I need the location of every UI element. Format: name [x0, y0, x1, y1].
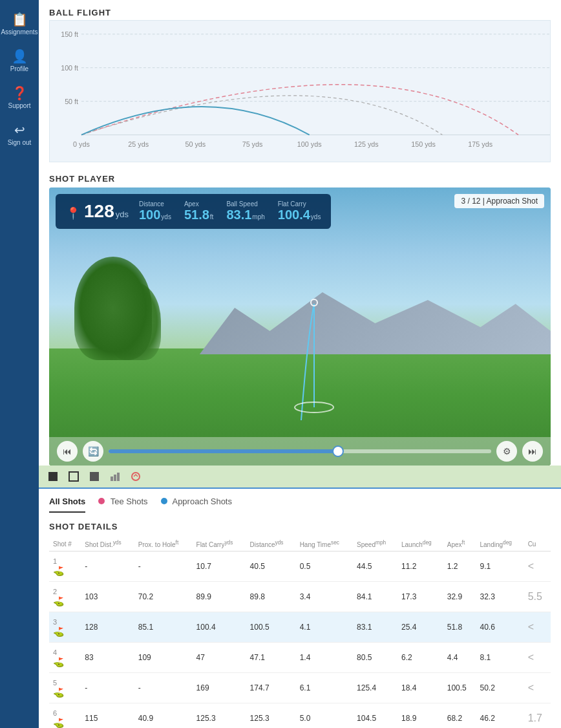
shot-player-section: SHOT PLAYER — [39, 167, 561, 466]
shot-type-icon: ⛳ — [53, 626, 64, 637]
sidebar-item-assignments[interactable]: 📋 Assignments — [0, 5, 39, 42]
progress-bar[interactable] — [109, 449, 491, 453]
tab-tee-shots[interactable]: Tee Shots — [98, 497, 147, 513]
table-row[interactable]: 5 ⛳ - - 169 174.7 6.1 125.4 18.4 100.5 5… — [49, 673, 551, 703]
cell-distance: 125.3 — [246, 703, 296, 728]
sidebar-item-label: Profile — [10, 65, 28, 72]
svg-text:50 ft: 50 ft — [65, 98, 78, 105]
support-icon: ❓ — [12, 85, 28, 101]
shot-details-table: Shot # Shot Dist.yds Prox. to Holeft Fla… — [49, 537, 551, 728]
col-shot-dist: Shot Dist.yds — [81, 537, 134, 551]
sidebar-item-profile[interactable]: 👤 Profile — [0, 42, 39, 79]
col-apex: Apexft — [443, 537, 476, 551]
tab-all-shots[interactable]: All Shots — [49, 497, 85, 513]
taskbar-icon-1 — [48, 471, 58, 482]
shot-details-section: SHOT DETAILS Shot # Shot Dist.yds Prox. … — [39, 513, 561, 728]
ball-flight-chart: 150 ft 100 ft 50 ft 0 yds 25 yds 50 yds … — [49, 20, 551, 162]
table-row[interactable]: 1 ⛳ - - 10.7 40.5 0.5 44.5 11.2 1.2 9.1 … — [49, 551, 551, 582]
skip-forward-button[interactable]: ⏭ — [522, 441, 543, 462]
svg-text:0 yds: 0 yds — [73, 140, 90, 148]
skip-back-button[interactable]: ⏮ — [57, 441, 78, 462]
table-row[interactable]: 2 ⛳ 103 70.2 89.9 89.8 3.4 84.1 17.3 32.… — [49, 582, 551, 612]
svg-rect-18 — [48, 472, 58, 481]
sidebar-item-support[interactable]: ❓ Support — [0, 79, 39, 116]
profile-icon: 👤 — [12, 48, 28, 64]
taskbar-btn-1[interactable] — [44, 467, 62, 486]
shot-type-icon: ⛳ — [53, 718, 64, 728]
cell-distance: 174.7 — [246, 673, 296, 703]
cell-prox-hole: - — [134, 673, 193, 703]
taskbar-btn-3[interactable] — [85, 467, 103, 486]
cell-speed: 84.1 — [353, 582, 397, 612]
tab-approach-shots[interactable]: Approach Shots — [161, 497, 232, 513]
col-distance: Distanceyds — [246, 537, 296, 551]
cell-shot-num: 1 ⛳ — [49, 551, 81, 582]
sidebar: 📋 Assignments 👤 Profile ❓ Support ↩ Sign… — [0, 0, 39, 728]
svg-text:150 ft: 150 ft — [61, 30, 78, 38]
shot-player-title: SHOT PLAYER — [49, 167, 551, 187]
settings-button[interactable]: ⚙ — [496, 441, 517, 462]
cell-launch: 18.9 — [397, 703, 443, 728]
shot-tabs: All Shots Tee Shots Approach Shots — [39, 489, 561, 513]
sidebar-item-signout[interactable]: ↩ Sign out — [0, 116, 39, 153]
stat-apex: Apex 51.8 ft — [184, 200, 214, 222]
stat-apex-label: Apex — [184, 200, 199, 208]
svg-rect-23 — [117, 473, 120, 481]
cell-flat-carry: 89.9 — [193, 582, 246, 612]
cell-prox-hole: - — [134, 551, 193, 582]
stat-apex-unit: ft — [210, 213, 214, 220]
shot-type-icon: ⛳ — [53, 596, 64, 606]
cell-prox-hole: 70.2 — [134, 582, 193, 612]
cell-flat-carry: 169 — [193, 673, 246, 703]
cell-hang-time: 6.1 — [296, 673, 353, 703]
shot-distance-badge: 📍 128 yds — [66, 201, 129, 222]
cell-flat-carry: 10.7 — [193, 551, 246, 582]
stat-flat-carry-unit: yds — [311, 213, 321, 220]
taskbar-icon-4 — [110, 471, 120, 482]
cell-landing: 32.3 — [476, 582, 524, 612]
cell-cu: < — [524, 551, 551, 582]
taskbar-icon-3 — [89, 471, 100, 482]
signout-icon: ↩ — [14, 122, 25, 138]
cell-launch: 11.2 — [397, 551, 443, 582]
main-content: BALL FLIGHT 150 ft 100 ft 50 ft 0 yds 25… — [39, 0, 561, 728]
cell-speed: 80.5 — [353, 643, 397, 673]
cell-shot-num: 5 ⛳ — [49, 673, 81, 703]
stat-flat-carry: Flat Carry 100.4 yds — [278, 200, 321, 222]
sidebar-item-label: Assignments — [1, 28, 37, 36]
taskbar-btn-2[interactable] — [65, 467, 83, 486]
cell-shot-dist: 115 — [81, 703, 134, 728]
table-row[interactable]: 6 ⛳ 115 40.9 125.3 125.3 5.0 104.5 18.9 … — [49, 703, 551, 728]
location-icon: 📍 — [66, 206, 80, 220]
taskbar-btn-5[interactable] — [127, 467, 145, 486]
sidebar-item-label: Support — [8, 102, 30, 109]
cell-speed: 83.1 — [353, 612, 397, 643]
cell-cu: < — [524, 612, 551, 643]
svg-text:125 yds: 125 yds — [354, 140, 379, 148]
cell-landing: 8.1 — [476, 643, 524, 673]
cell-apex: 4.4 — [443, 643, 476, 673]
taskbar-btn-4[interactable] — [106, 467, 124, 486]
cell-cu: 1.7 — [524, 703, 551, 728]
svg-text:50 yds: 50 yds — [185, 140, 206, 148]
cell-landing: 40.6 — [476, 612, 524, 643]
replay-button[interactable]: 🔄 — [83, 441, 103, 462]
cell-cu: < — [524, 673, 551, 703]
cell-speed: 44.5 — [353, 551, 397, 582]
svg-rect-21 — [111, 476, 113, 481]
cell-hang-time: 5.0 — [296, 703, 353, 728]
sidebar-item-label: Sign out — [8, 139, 32, 146]
cell-shot-num: 4 ⛳ — [49, 643, 81, 673]
shot-info-overlay: 📍 128 yds Distance 100 yds Apex — [56, 194, 331, 229]
shot-type-icon: ⛳ — [53, 687, 64, 698]
ball-flight-chart-area: 150 ft 100 ft 50 ft 0 yds 25 yds 50 yds … — [39, 20, 561, 167]
table-row[interactable]: 4 ⛳ 83 109 47 47.1 1.4 80.5 6.2 4.4 8.1 … — [49, 643, 551, 673]
shot-type-icon: ⛳ — [53, 657, 64, 667]
cell-cu: 5.5 — [524, 582, 551, 612]
table-row[interactable]: 3 ⛳ 128 85.1 100.4 100.5 4.1 83.1 25.4 5… — [49, 612, 551, 643]
cell-apex: 68.2 — [443, 703, 476, 728]
svg-rect-19 — [69, 472, 78, 481]
cell-hang-time: 3.4 — [296, 582, 353, 612]
svg-point-24 — [132, 473, 140, 480]
approach-shots-dot — [161, 498, 167, 504]
